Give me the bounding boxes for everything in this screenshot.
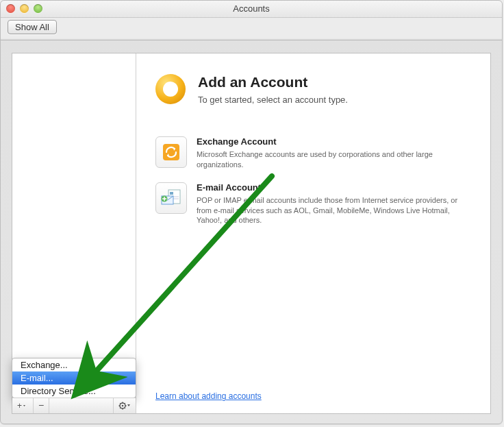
svg-rect-13	[170, 192, 173, 195]
svg-rect-11	[163, 144, 179, 160]
page-subtitle: To get started, select an account type.	[198, 95, 348, 105]
exchange-desc: Microsoft Exchange accounts are used by …	[197, 149, 471, 170]
email-account-option[interactable]: E-mail Account POP or IMAP e-mail accoun…	[155, 182, 471, 226]
settings-button[interactable]	[113, 398, 136, 413]
show-all-button[interactable]: Show All	[8, 20, 57, 34]
zoom-icon[interactable]	[34, 4, 42, 13]
titlebar: Accounts	[1, 1, 502, 18]
email-icon	[155, 182, 187, 214]
exchange-title: Exchange Account	[197, 136, 471, 147]
main-panel: Add an Account To get started, select an…	[136, 53, 490, 413]
email-desc: POP or IMAP e-mail accounts include thos…	[197, 195, 471, 226]
add-account-menu: Exchange... E-mail... Directory Service.…	[12, 358, 136, 398]
svg-line-9	[125, 403, 125, 404]
accounts-sidebar: Exchange... E-mail... Directory Service.…	[12, 53, 136, 413]
page-title: Add an Account	[198, 74, 348, 90]
sidebar-bottom-bar: + −	[12, 398, 136, 413]
svg-line-8	[125, 408, 125, 408]
learn-link[interactable]: Learn about adding accounts	[155, 391, 262, 401]
svg-text:+: +	[17, 402, 22, 409]
svg-line-10	[120, 408, 121, 408]
email-title: E-mail Account	[197, 182, 471, 193]
svg-line-7	[120, 403, 121, 404]
content-panel: Exchange... E-mail... Directory Service.…	[12, 53, 491, 414]
toolbar: Show All	[1, 18, 502, 40]
menu-item-exchange[interactable]: Exchange...	[12, 358, 136, 371]
menu-item-directory-service[interactable]: Directory Service...	[12, 385, 136, 398]
exchange-icon	[155, 136, 187, 168]
exchange-account-option[interactable]: Exchange Account Microsoft Exchange acco…	[155, 136, 471, 170]
add-account-hero: Add an Account To get started, select an…	[155, 74, 471, 105]
menu-item-email[interactable]: E-mail...	[12, 371, 136, 385]
window-controls	[6, 4, 42, 13]
outlook-icon	[155, 74, 186, 104]
remove-account-button[interactable]: −	[34, 398, 49, 413]
window-title: Accounts	[233, 3, 269, 14]
svg-point-2	[122, 405, 124, 407]
add-account-button[interactable]: +	[12, 398, 34, 413]
minimize-icon[interactable]	[20, 4, 29, 13]
close-icon[interactable]	[6, 4, 15, 13]
accounts-window: Accounts Show All Exchange... E-mail... …	[0, 0, 503, 424]
